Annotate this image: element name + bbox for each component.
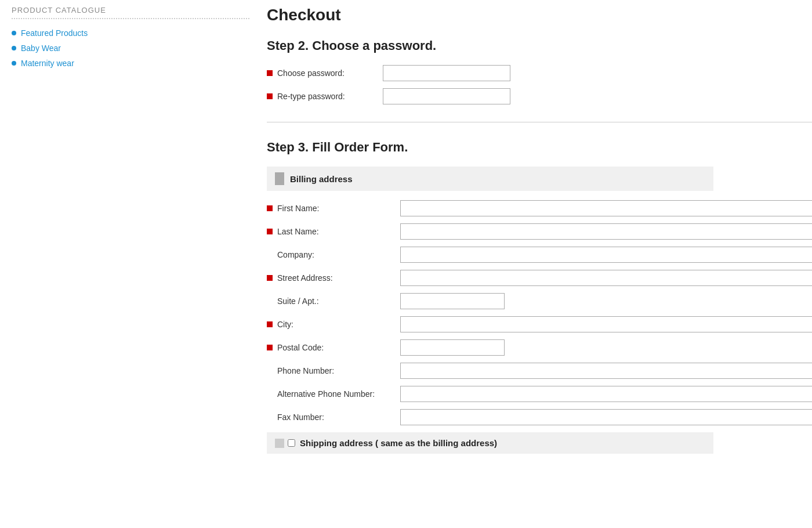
step3-heading: Step 3. Fill Order Form. — [267, 140, 812, 155]
retype-password-label: Re-type password: — [267, 92, 383, 101]
retype-password-input[interactable] — [383, 88, 510, 104]
sidebar-item-babywear: Baby Wear — [12, 44, 249, 53]
company-input[interactable] — [400, 247, 812, 263]
choose-password-label: Choose password: — [267, 68, 383, 78]
shipping-header: Shipping address ( same as the billing a… — [267, 432, 713, 454]
postal-code-input[interactable] — [400, 339, 505, 356]
shipping-same-checkbox[interactable] — [288, 439, 295, 447]
billing-header-title: Billing address — [290, 174, 353, 184]
last-name-row: Last Name: — [267, 223, 812, 240]
alt-phone-input[interactable] — [400, 386, 812, 402]
sidebar-item-featured: Featured Products — [12, 28, 249, 38]
phone-number-input[interactable] — [400, 363, 812, 379]
sidebar-link-babywear[interactable]: Baby Wear — [21, 44, 61, 53]
required-icon — [267, 70, 273, 76]
fax-number-input[interactable] — [400, 409, 812, 425]
required-icon — [267, 275, 273, 281]
city-label: City: — [267, 320, 400, 329]
suite-apt-label: Suite / Apt.: — [267, 296, 400, 306]
fax-number-label: Fax Number: — [267, 413, 400, 422]
street-address-row: Street Address: — [267, 270, 812, 286]
choose-password-row: Choose password: — [267, 65, 812, 81]
step3-section: Step 3. Fill Order Form. Billing address… — [267, 140, 812, 454]
postal-code-row: Postal Code: — [267, 339, 812, 356]
fax-number-row: Fax Number: — [267, 409, 812, 425]
sidebar-bullet — [12, 31, 16, 35]
choose-password-input[interactable] — [383, 65, 510, 81]
billing-header-icon — [275, 172, 284, 185]
required-icon — [267, 205, 273, 211]
street-address-label: Street Address: — [267, 273, 400, 283]
first-name-label: First Name: — [267, 204, 400, 213]
suite-apt-input[interactable] — [400, 293, 505, 309]
section-divider — [267, 122, 812, 122]
postal-code-label: Postal Code: — [267, 343, 400, 352]
company-label: Company: — [267, 250, 400, 259]
required-icon — [267, 321, 273, 327]
last-name-label: Last Name: — [267, 227, 400, 236]
last-name-input[interactable] — [400, 223, 812, 240]
alt-phone-label: Alternative Phone Number: — [267, 389, 400, 399]
shipping-header-title: Shipping address ( same as the billing a… — [300, 438, 497, 448]
sidebar-nav: Featured Products Baby Wear Maternity we… — [12, 28, 249, 68]
city-row: City: — [267, 316, 812, 332]
first-name-row: First Name: — [267, 200, 812, 216]
sidebar-link-featured[interactable]: Featured Products — [21, 28, 88, 38]
city-input[interactable] — [400, 316, 812, 332]
alt-phone-row: Alternative Phone Number: — [267, 386, 812, 402]
phone-number-label: Phone Number: — [267, 366, 400, 375]
shipping-header-icon — [275, 439, 284, 448]
retype-password-row: Re-type password: — [267, 88, 812, 104]
step2-heading: Step 2. Choose a password. — [267, 38, 812, 53]
company-row: Company: — [267, 247, 812, 263]
main-content: Checkout Step 2. Choose a password. Choo… — [261, 0, 812, 528]
required-icon — [267, 229, 273, 234]
sidebar-bullet — [12, 61, 16, 66]
required-icon — [267, 345, 273, 350]
sidebar-bullet — [12, 46, 16, 50]
street-address-input[interactable] — [400, 270, 812, 286]
sidebar: PRODUCT CATALOGUE Featured Products Baby… — [0, 0, 261, 528]
sidebar-item-maternity: Maternity wear — [12, 59, 249, 68]
billing-header: Billing address — [267, 167, 713, 191]
billing-form: First Name: Last Name: Compa — [267, 200, 812, 425]
phone-number-row: Phone Number: — [267, 363, 812, 379]
required-icon — [267, 93, 273, 99]
first-name-input[interactable] — [400, 200, 812, 216]
sidebar-title: PRODUCT CATALOGUE — [12, 6, 249, 19]
sidebar-link-maternity[interactable]: Maternity wear — [21, 59, 74, 68]
step2-section: Step 2. Choose a password. Choose passwo… — [267, 38, 812, 104]
suite-apt-row: Suite / Apt.: — [267, 293, 812, 309]
page-title: Checkout — [267, 6, 812, 24]
